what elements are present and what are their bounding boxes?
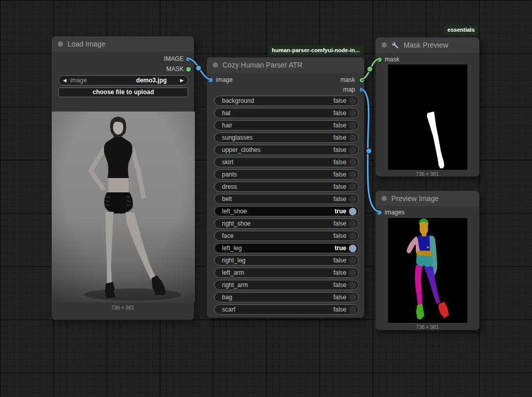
toggle-knob-icon[interactable] [349,281,357,289]
toggle-label: right_arm [222,281,248,289]
node-preview-image[interactable]: Preview Image images [375,190,480,330]
toggle-value: false [334,306,346,313]
toggle-knob-icon[interactable] [349,306,357,314]
toggle-row[interactable]: scarf false [214,304,359,315]
toggle-value: false [334,257,346,264]
toggle-row[interactable]: left_arm false [214,268,359,278]
toggle-value: false [334,294,346,301]
node-mask-preview[interactable]: Mask Preview mask 736 × 981 [375,37,480,177]
input-dot-mask[interactable] [377,57,382,62]
toggle-row[interactable]: pants false [214,169,359,180]
toggle-value: false [334,220,346,227]
input-dot-images[interactable] [377,210,382,215]
output-dot-mask[interactable] [360,78,364,82]
toggle-row[interactable]: face false [214,231,359,241]
toggle-row[interactable]: left_leg true [214,243,359,253]
toggle-row[interactable]: right_arm false [214,280,359,290]
toggle-row[interactable]: left_shoe true [214,206,359,216]
collapse-dot[interactable] [213,62,218,68]
toggle-row[interactable]: hair false [214,120,359,130]
toggle-knob-icon[interactable] [349,232,357,240]
toggle-label: upper_clothes [222,146,260,153]
collapse-dot[interactable] [382,196,387,201]
mask-preview-image [388,64,468,170]
toggle-row[interactable]: hat false [214,108,359,118]
toggle-knob-icon[interactable] [349,134,357,142]
toggle-label: dress [222,183,237,190]
toggle-knob-icon[interactable] [349,220,357,228]
input-dot-image[interactable] [208,78,213,82]
node-title: Load Image [68,40,105,48]
toggle-knob-icon[interactable] [349,245,357,252]
node-title: Mask Preview [404,41,448,49]
link-midpoint-dot [367,67,373,72]
collapse-dot[interactable] [382,42,387,48]
toggle-row[interactable]: right_shoe false [214,218,359,229]
toggle-row[interactable]: upper_clothes false [214,145,359,155]
node-preview-image-titlebar[interactable]: Preview Image [375,191,479,206]
toggle-label: pants [222,171,237,178]
choose-file-button[interactable]: choose file to upload [58,87,188,97]
toggle-label: left_arm [222,269,244,276]
toggle-value: false [334,232,346,239]
combo-next-icon[interactable]: ▶ [180,75,184,85]
toggle-row[interactable]: background false [214,96,359,106]
toggle-knob-icon[interactable] [349,269,357,277]
node-load-image-titlebar[interactable]: Load Image [52,36,194,52]
toggle-label: skirt [222,159,233,166]
toggle-knob-icon[interactable] [349,171,357,179]
toggle-value: false [334,195,346,203]
output-label-image: IMAGE [164,55,184,62]
toggle-label: right_leg [222,257,246,264]
toggle-row[interactable]: right_leg false [214,255,359,266]
toggle-knob-icon[interactable] [349,159,357,166]
toggle-row[interactable]: skirt false [214,157,359,167]
link-midpoint-dot [366,148,372,154]
toggle-row[interactable]: belt false [214,194,359,204]
node-graph-canvas[interactable]: Load Image IMAGE MASK ◀ image demo3.jpg … [0,0,532,397]
toggle-value: false [334,97,346,104]
node-cozy-human-parser[interactable]: Cozy Human Parser ATR image mask map bac… [206,57,365,318]
output-dot-mask[interactable] [186,67,191,72]
combo-value: demo3.jpg [87,77,180,84]
link-midpoint-dot [196,65,202,71]
toggle-knob-icon[interactable] [349,257,357,264]
toggle-knob-icon[interactable] [349,146,357,154]
toggle-row[interactable]: sunglasses false [214,133,359,143]
toggle-value: false [334,281,346,289]
toggle-knob-icon[interactable] [349,109,357,117]
combo-prev-icon[interactable]: ◀ [63,75,66,85]
toggle-knob-icon[interactable] [349,183,357,191]
node-mask-preview-titlebar[interactable]: Mask Preview [375,37,479,53]
toggle-value: false [334,109,346,117]
image-combo-widget[interactable]: ◀ image demo3.jpg ▶ [58,75,188,85]
collapse-dot[interactable] [58,41,63,47]
input-label-image: image [216,76,233,83]
toggle-knob-icon[interactable] [349,122,357,129]
toggle-label: right_shoe [222,220,251,227]
toggle-label: belt [222,195,232,203]
node-title: Cozy Human Parser ATR [223,61,302,69]
essentials-badge: essentials [444,25,479,35]
toggle-value: true [335,208,346,215]
toggle-value: false [334,171,346,178]
input-photo-preview [52,112,195,302]
output-label-map: map [343,86,355,93]
image-size-caption: 736 × 981 [375,171,479,177]
toggle-value: false [334,134,346,141]
toggle-value: false [334,159,346,166]
segmentation-preview-image [388,218,468,323]
toggle-knob-icon[interactable] [349,97,357,105]
toggle-knob-icon[interactable] [349,294,357,301]
toggle-knob-icon[interactable] [349,195,357,203]
output-dot-image[interactable] [186,57,191,61]
toggle-row[interactable]: dress false [214,182,359,192]
node-parser-titlebar[interactable]: Cozy Human Parser ATR [207,57,364,73]
toggle-value: false [334,146,346,153]
output-dot-map[interactable] [360,87,364,92]
toggle-row[interactable]: bag false [214,292,359,302]
toggle-value: false [334,122,346,129]
toggle-knob-icon[interactable] [349,208,357,215]
node-load-image[interactable]: Load Image IMAGE MASK ◀ image demo3.jpg … [51,36,194,320]
combo-label: image [70,77,87,84]
